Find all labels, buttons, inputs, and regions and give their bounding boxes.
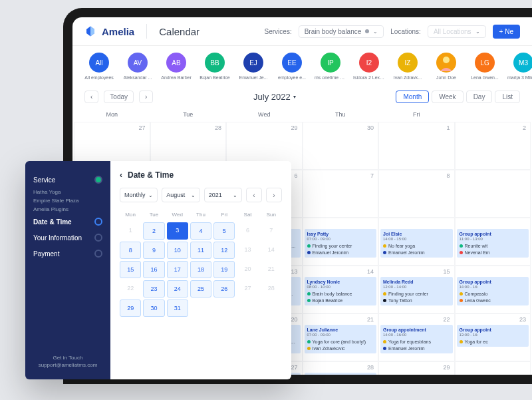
step-date-&-time[interactable]: Date & Time: [33, 214, 102, 230]
page-title: Calendar: [159, 26, 200, 37]
widget-day-header: Fri: [213, 209, 235, 220]
employee-avatar[interactable]: I2Isidora 2 Lexie Erne: [354, 53, 384, 80]
calendar-cell[interactable]: [455, 170, 531, 218]
prev-button[interactable]: ‹: [84, 91, 98, 103]
view-week[interactable]: Week: [432, 91, 463, 103]
employee-avatar[interactable]: LGLena Gwen...: [470, 53, 499, 80]
calendar-cell[interactable]: Group appoint14:00 - 16:CompassioLena Gw…: [455, 266, 531, 313]
calendar-cell[interactable]: 1: [378, 122, 455, 170]
calendar-cell[interactable]: 14Lyndsey Nonie08:00 - 10:00Brain body b…: [303, 266, 379, 313]
view-day[interactable]: Day: [466, 91, 493, 103]
calendar-event[interactable]: Group appoint14:00 - 16:CompassioLena Gw…: [457, 277, 529, 305]
widget-day[interactable]: 8: [120, 242, 141, 259]
employee-avatar[interactable]: M3marija 3 Mike Sober: [509, 53, 532, 80]
widget-day[interactable]: 17: [167, 261, 188, 278]
widget-day[interactable]: 19: [213, 261, 235, 278]
calendar-cell[interactable]: 15Melinda Redd12:00 - 14:00Finding your …: [378, 266, 455, 313]
calendar-cell[interactable]: 23Group appoint13:00 - 16:Yoga for ec: [455, 313, 531, 361]
calendar-event[interactable]: Joi Elsie14:00 - 15:00No fear yogaEmanue…: [380, 229, 453, 258]
widget-day[interactable]: 9: [143, 242, 164, 259]
new-button[interactable]: + Ne: [493, 25, 520, 39]
employee-avatar[interactable]: AVAleksandar ...: [123, 53, 152, 80]
calendar-event[interactable]: Melinda Redd12:00 - 14:00Finding your ce…: [380, 277, 453, 305]
current-month[interactable]: July 2022 ▾: [253, 92, 296, 102]
employee-avatar[interactable]: BBBojan Beatrice: [200, 53, 229, 80]
widget-day: [261, 300, 282, 317]
next-button[interactable]: ›: [139, 91, 153, 103]
calendar-event[interactable]: Lane Julianne07:00 - 09:00Yoga for core …: [305, 325, 377, 353]
widget-day: [237, 300, 258, 317]
calendar-cell[interactable]: 8: [378, 170, 455, 218]
services-dropdown[interactable]: Brain body balance⌄: [299, 25, 384, 38]
widget-day[interactable]: 4: [190, 222, 211, 240]
employee-avatar[interactable]: EEemployee e...: [277, 53, 307, 80]
widget-day[interactable]: 31: [167, 300, 188, 317]
calendar-cell[interactable]: 28Group appointment17:00 - 18:00Reunite …: [303, 361, 379, 384]
widget-day[interactable]: 29: [120, 300, 141, 317]
calendar-cell[interactable]: 2: [455, 122, 531, 170]
calendar-cell[interactable]: 29: [378, 361, 455, 384]
calendar-cell[interactable]: Issy Patty07:00 - 09:00Finding your cent…: [303, 218, 379, 266]
widget-day[interactable]: 23: [143, 280, 164, 298]
app-name: Amelia: [102, 26, 134, 37]
widget-day[interactable]: 24: [167, 280, 188, 298]
calendar-event[interactable]: Group appoint11:00 - 13:00Reunite witNev…: [457, 229, 529, 258]
calendar-cell[interactable]: 21Lane Julianne07:00 - 09:00Yoga for cor…: [303, 313, 379, 361]
widget-day[interactable]: 11: [190, 242, 211, 259]
calendar-cell[interactable]: 22Group appointment14:00 - 16:00Yoga for…: [378, 313, 455, 361]
back-icon[interactable]: ‹: [120, 170, 122, 180]
chevron-down-icon: ⌄: [191, 192, 196, 198]
widget-day: [213, 300, 235, 317]
step-service[interactable]: Service: [33, 172, 102, 188]
employee-avatar[interactable]: AllAll employees: [84, 53, 114, 80]
widget-day: 13: [237, 242, 258, 259]
today-button[interactable]: Today: [104, 91, 134, 103]
widget-day[interactable]: 12: [213, 242, 235, 259]
calendar-cell[interactable]: 7: [303, 170, 379, 218]
calendar-cell[interactable]: [455, 361, 531, 384]
calendar-event[interactable]: Lyndsey Nonie08:00 - 10:00Brain body bal…: [305, 277, 377, 305]
widget-day[interactable]: 2: [143, 222, 164, 240]
prev-month-button[interactable]: ‹: [246, 188, 262, 202]
view-month[interactable]: Month: [396, 91, 429, 103]
widget-day[interactable]: 15: [120, 261, 141, 278]
month-select[interactable]: August⌄: [162, 188, 200, 202]
next-month-button[interactable]: ›: [266, 188, 282, 202]
widget-day: 6: [237, 222, 258, 240]
employee-avatar[interactable]: ABAndrea Barber: [162, 53, 191, 80]
locations-dropdown[interactable]: All Locations⌄: [428, 25, 486, 38]
employee-avatar[interactable]: EJEmanuel Je...: [239, 53, 268, 80]
widget-day-header: Wed: [167, 209, 188, 220]
calendar-toolbar: ‹ Today › July 2022 ▾ MonthWeekDayList: [72, 87, 532, 107]
widget-day[interactable]: 30: [143, 300, 164, 317]
view-list[interactable]: List: [495, 91, 520, 103]
step-payment[interactable]: Payment: [33, 246, 102, 262]
year-select[interactable]: 2021⌄: [204, 188, 242, 202]
logo: Amelia: [84, 25, 134, 37]
calendar-event[interactable]: Group appoint13:00 - 16:Yoga for ec: [457, 325, 529, 347]
employee-avatar[interactable]: John Doe: [432, 53, 461, 80]
widget-day[interactable]: 3: [167, 222, 188, 240]
widget-day[interactable]: 18: [190, 261, 211, 278]
calendar-cell[interactable]: Group appoint11:00 - 13:00Reunite witNev…: [455, 218, 531, 266]
chevron-down-icon: ⌄: [475, 29, 480, 35]
calendar-event[interactable]: Group appointment17:00 - 18:00Reunite wi…: [305, 373, 377, 384]
employee-avatar[interactable]: IZIvan Zdravk...: [393, 53, 422, 80]
calendar-cell[interactable]: 30: [303, 122, 379, 170]
widget-day[interactable]: 5: [213, 222, 235, 240]
calendar-cell[interactable]: Joi Elsie14:00 - 15:00No fear yogaEmanue…: [378, 218, 455, 266]
step-your-information[interactable]: Your Information: [33, 230, 102, 246]
calendar-event[interactable]: Group appointment14:00 - 16:00Yoga for e…: [380, 325, 453, 353]
locations-label: Locations:: [390, 28, 421, 35]
widget-day[interactable]: 25: [190, 280, 211, 298]
chevron-down-icon: ⌄: [148, 192, 153, 198]
widget-day: 7: [261, 222, 282, 240]
frequency-select[interactable]: Monthly⌄: [120, 188, 158, 202]
widget-day[interactable]: 16: [143, 261, 164, 278]
widget-day[interactable]: 10: [167, 242, 188, 259]
widget-day[interactable]: 26: [213, 280, 235, 298]
calendar-event[interactable]: Issy Patty07:00 - 09:00Finding your cent…: [305, 229, 377, 258]
header: Amelia Calendar Services: Brain body bal…: [72, 17, 532, 46]
widget-day: 28: [261, 280, 282, 298]
employee-avatar[interactable]: IPms onetime Emily Erne: [316, 53, 345, 80]
